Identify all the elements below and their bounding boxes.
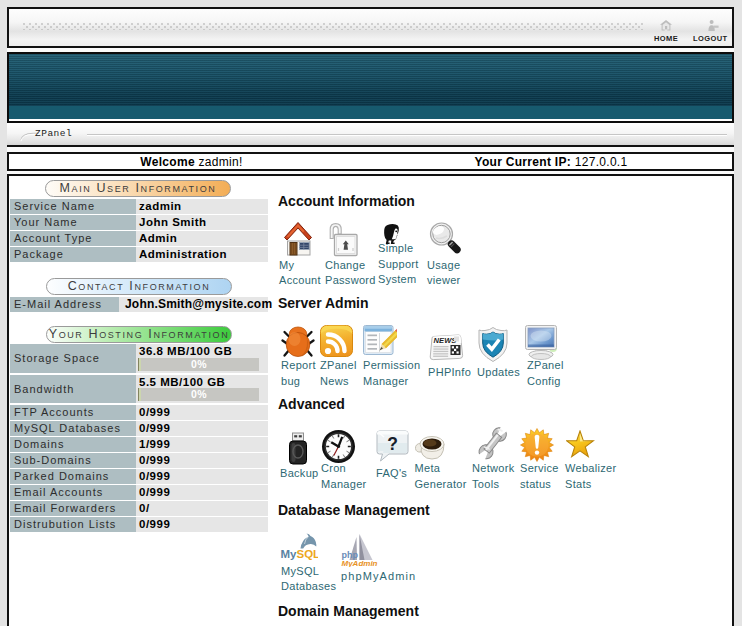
svg-text:My: My xyxy=(281,548,298,560)
svg-text:?: ? xyxy=(387,434,398,454)
svg-text:MyAdmin: MyAdmin xyxy=(342,559,378,568)
svg-text:SQL: SQL xyxy=(297,548,319,560)
svg-text:NEWS: NEWS xyxy=(434,336,457,345)
